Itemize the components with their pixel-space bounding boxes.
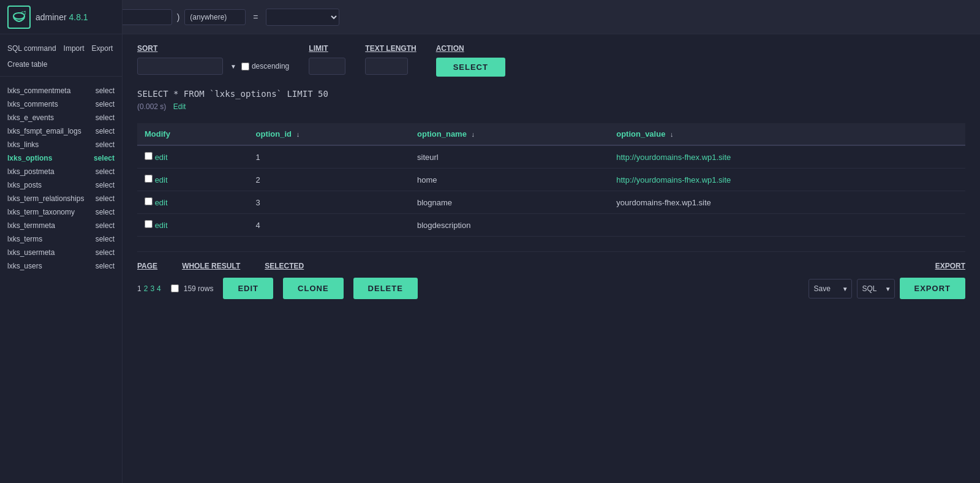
table-row[interactable]: lxks_comments select	[0, 97, 122, 111]
row-checkbox[interactable]	[145, 220, 153, 228]
logo-icon: <?	[7, 6, 31, 29]
option-value-cell: http://yourdomains-fhex.wp1.site	[609, 145, 965, 169]
sidebar-item-create-table[interactable]: Create table	[7, 60, 47, 69]
action-label: ACTION	[436, 44, 505, 53]
filter-eq-label: =	[251, 12, 260, 22]
edit-row-link[interactable]: edit	[155, 221, 168, 230]
whole-result-checkbox[interactable]	[171, 284, 179, 292]
table-row: edit 4 blogdescription	[137, 214, 965, 237]
row-checkbox[interactable]	[145, 197, 153, 205]
save-format-select[interactable]: Save Output gzip bz2 zip	[809, 279, 852, 299]
whole-result-label: WHOLE RESULT	[182, 262, 240, 270]
option-value-link[interactable]: http://yourdomains-fhex.wp1.site	[616, 175, 731, 184]
selected-label: SELECTED	[265, 262, 304, 270]
table-row[interactable]: lxks_term_relationships select	[0, 192, 122, 205]
edit-row-link[interactable]: edit	[155, 198, 168, 207]
descending-label: descending	[241, 62, 289, 70]
delete-button[interactable]: DELETE	[353, 278, 418, 299]
option-value-link[interactable]: http://yourdomains-fhex.wp1.site	[616, 153, 731, 162]
page-2-link[interactable]: 2	[144, 284, 148, 293]
sort-arrow-icon: ↓	[670, 131, 674, 138]
action-group: ACTION SELECT	[436, 44, 505, 77]
page-4-link[interactable]: 4	[157, 284, 161, 293]
filter-bar: option_id option_name option_value ( ) (…	[0, 0, 980, 34]
row-checkbox[interactable]	[145, 175, 153, 183]
limit-input[interactable]: 50	[309, 58, 345, 75]
option-value-cell: yourdomains-fhex.wp1.site	[609, 191, 965, 214]
edit-row-link[interactable]: edit	[155, 175, 168, 184]
option-name-cell: home	[410, 169, 609, 191]
table-row[interactable]: lxks_postmeta select	[0, 165, 122, 178]
page-3-link[interactable]: 3	[150, 284, 154, 293]
table-row[interactable]: lxks_posts select	[0, 178, 122, 192]
table-row[interactable]: lxks_term_taxonomy select	[0, 205, 122, 219]
option-name-cell: blogname	[410, 191, 609, 214]
sort-label: SORT	[137, 44, 289, 53]
modify-cell: edit	[137, 145, 249, 169]
select-button[interactable]: SELECT	[436, 58, 505, 77]
table-row[interactable]: lxks_links select	[0, 138, 122, 151]
footer-labels: PAGE WHOLE RESULT SELECTED EXPORT	[137, 262, 965, 270]
col-option-id[interactable]: option_id ↓	[249, 123, 410, 145]
table-row[interactable]: lxks_terms select	[0, 232, 122, 246]
export-button[interactable]: EXPORT	[900, 278, 965, 299]
sort-group: SORT option_id option_name option_value …	[137, 44, 289, 75]
textlength-input[interactable]: 100	[365, 58, 408, 75]
limit-label: LIMIT	[309, 44, 345, 53]
table-row-active[interactable]: lxks_options select	[0, 151, 122, 165]
sort-select[interactable]: option_id option_name option_value	[137, 58, 223, 75]
current-page: 1	[137, 284, 141, 293]
main-content: SORT option_id option_name option_value …	[123, 34, 980, 483]
table-row[interactable]: lxks_e_events select	[0, 111, 122, 124]
clone-button[interactable]: CLONE	[283, 278, 344, 299]
query-time: (0.002 s)	[137, 102, 166, 111]
sql-display: SELECT * FROM `lxks_options` LIMIT 50	[137, 89, 965, 99]
page-label: PAGE	[137, 262, 157, 270]
table-row[interactable]: lxks_termmeta select	[0, 219, 122, 232]
logo-text: adminer 4.8.1	[36, 12, 88, 22]
option-value-cell: http://yourdomains-fhex.wp1.site	[609, 169, 965, 191]
modify-cell: edit	[137, 214, 249, 237]
descending-checkbox[interactable]	[241, 63, 249, 70]
footer-actions: 1 2 3 4 159 rows EDIT CLONE DELETE Save	[137, 278, 965, 299]
col-option-name[interactable]: option_name ↓	[410, 123, 609, 145]
option-name-cell: siteurl	[410, 145, 609, 169]
table-row[interactable]: lxks_commentmeta select	[0, 84, 122, 97]
modify-cell: edit	[137, 191, 249, 214]
option-id-cell: 1	[249, 145, 410, 169]
edit-query-link[interactable]: Edit	[173, 102, 186, 111]
tables-list: lxks_commentmeta select lxks_comments se…	[0, 84, 122, 273]
table-row: edit 3 blogname yourdomains-fhex.wp1.sit…	[137, 191, 965, 214]
table-row: edit 1 siteurl http://yourdomains-fhex.w…	[137, 145, 965, 169]
sidebar-item-sql-command[interactable]: SQL command	[7, 44, 56, 53]
rows-count: 159 rows	[171, 284, 214, 293]
sort-chevron-icon: ▼	[230, 63, 236, 70]
table-row[interactable]: lxks_fsmpt_email_logs select	[0, 124, 122, 138]
footer: PAGE WHOLE RESULT SELECTED EXPORT 1 2 3 …	[137, 251, 965, 309]
option-id-cell: 3	[249, 191, 410, 214]
row-checkbox[interactable]	[145, 152, 153, 160]
edit-row-link[interactable]: edit	[155, 153, 168, 162]
sidebar-item-export[interactable]: Export	[92, 44, 113, 53]
col-modify: Modify	[137, 123, 249, 145]
table-row: edit 2 home http://yourdomains-fhex.wp1.…	[137, 169, 965, 191]
textlength-label: TEXT LENGTH	[365, 44, 416, 53]
table-row[interactable]: lxks_usermeta select	[0, 246, 122, 259]
paren-close: )	[177, 12, 180, 22]
col-option-value[interactable]: option_value ↓	[609, 123, 965, 145]
filter-anywhere-select[interactable]: (anywhere)	[184, 9, 246, 25]
table-row[interactable]: lxks_users select	[0, 259, 122, 273]
sidebar-item-import[interactable]: Import	[64, 44, 85, 53]
format-select[interactable]: SQL CSV CSV; TSV PHP	[857, 279, 895, 299]
sort-arrow-icon: ↓	[472, 131, 475, 138]
controls-row: SORT option_id option_name option_value …	[137, 44, 965, 77]
option-name-cell: blogdescription	[410, 214, 609, 237]
edit-button[interactable]: EDIT	[223, 278, 273, 299]
filter-value-select[interactable]	[266, 9, 339, 26]
sort-arrow-icon: ↓	[296, 131, 300, 138]
sidebar-nav: SQL command Import Export Create table	[0, 44, 122, 77]
svg-text:<?: <?	[20, 10, 26, 16]
option-id-cell: 2	[249, 169, 410, 191]
data-table: Modify option_id ↓ option_name ↓ option_…	[137, 123, 965, 237]
sidebar: SQL command Import Export Create table l…	[0, 34, 123, 483]
